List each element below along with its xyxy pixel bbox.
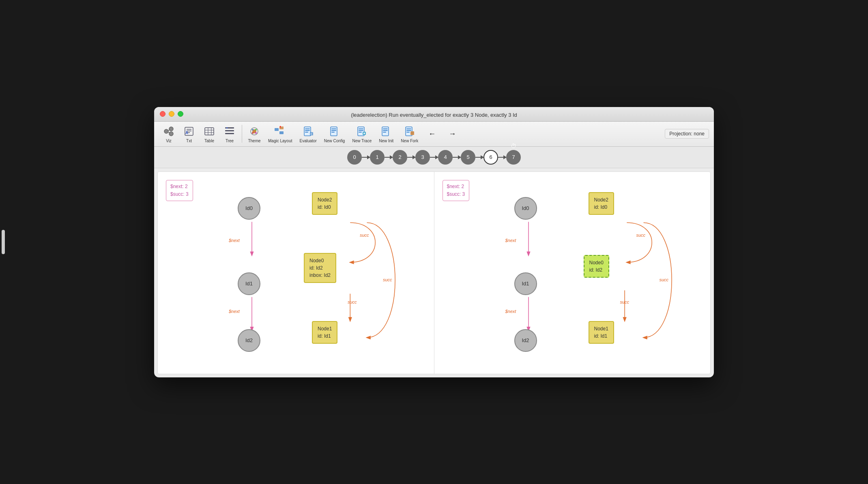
theme-icon (248, 125, 261, 138)
trace-node-0[interactable]: 0 (347, 150, 362, 165)
tree-button[interactable]: Tree (220, 123, 239, 145)
trace-arrow-5 (475, 157, 483, 158)
left-state-box: $next: 2 $succ: 3 (166, 180, 193, 201)
new-fork-button[interactable]: New Fork (397, 123, 421, 145)
left-circle-id0[interactable]: Id0 (238, 197, 260, 220)
svg-rect-40 (359, 128, 363, 129)
trace-arrow-0 (362, 157, 370, 158)
left-rect-node0[interactable]: Node0 id: Id2 inbox: Id2 (304, 253, 336, 283)
svg-rect-37 (331, 130, 336, 131)
table-icon (203, 125, 216, 138)
right-pane: $next: 2 $succ: 3 (434, 172, 711, 374)
tree-icon (223, 125, 236, 138)
right-circle-id1[interactable]: Id1 (514, 272, 537, 295)
right-label-succ2: succ (620, 300, 630, 304)
evaluator-label: Evaluator (299, 139, 316, 143)
timer-icon: ⏱ (511, 143, 516, 149)
left-arrows (158, 172, 434, 374)
svg-rect-35 (331, 127, 337, 136)
svg-text:A: A (185, 131, 188, 135)
svg-rect-31 (305, 130, 310, 131)
theme-label: Theme (248, 139, 260, 143)
svg-point-0 (164, 129, 168, 133)
theme-button[interactable]: Theme (245, 123, 264, 145)
svg-rect-52 (406, 130, 411, 131)
left-rect-node2[interactable]: Node2 id: Id0 (312, 192, 337, 215)
right-label-succ1: succ (636, 233, 646, 238)
forward-button[interactable]: → (443, 126, 462, 142)
maximize-button[interactable] (178, 111, 183, 117)
right-circle-id2[interactable]: Id2 (514, 329, 537, 352)
close-button[interactable] (160, 111, 165, 117)
titlebar: (leaderelection) Run eventually_elected … (154, 107, 714, 122)
right-rect-node2[interactable]: Node2 id: Id0 (589, 192, 614, 215)
trace-node-4[interactable]: 4 (438, 150, 453, 165)
left-label-next2: $next (229, 309, 240, 314)
svg-rect-27 (279, 131, 284, 134)
trace-arrow-4 (453, 157, 461, 158)
new-fork-label: New Fork (401, 139, 418, 143)
trace-arrow-1 (385, 157, 393, 158)
svg-point-1 (169, 127, 173, 131)
right-state-text: $next: 2 $succ: 3 (447, 183, 465, 198)
main-content: $next: 2 $succ: 3 (157, 171, 711, 374)
right-arrows (434, 172, 711, 374)
right-circle-id0[interactable]: Id0 (514, 197, 537, 220)
trace-node-3[interactable]: 3 (415, 150, 430, 165)
svg-rect-25 (275, 128, 279, 131)
svg-rect-30 (305, 128, 310, 129)
right-label-next1: $next (505, 238, 516, 243)
left-circle-id1[interactable]: Id1 (238, 272, 260, 295)
new-config-icon (328, 125, 341, 138)
svg-rect-18 (226, 127, 228, 128)
back-button[interactable]: ← (422, 126, 442, 142)
viz-icon (162, 125, 175, 138)
magic-layout-label: Magic Layout (268, 139, 292, 143)
new-trace-icon (355, 125, 368, 138)
magic-layout-button[interactable]: Magic Layout (265, 123, 295, 145)
svg-rect-54 (410, 131, 414, 135)
svg-rect-29 (304, 127, 311, 136)
table-label: Table (204, 139, 214, 143)
new-init-label: New Init (379, 139, 393, 143)
svg-rect-16 (225, 130, 234, 131)
projection-badge[interactable]: Projection: none (665, 129, 709, 139)
toolbar: Viz A Txt (154, 122, 714, 147)
left-label-next1: $next (229, 238, 240, 243)
left-rect-node1[interactable]: Node1 id: Id1 (312, 321, 337, 344)
trace-node-5[interactable]: 5 (461, 150, 475, 165)
svg-rect-47 (383, 128, 388, 129)
left-label-succ3: succ (383, 277, 392, 282)
right-rect-node0[interactable]: Node0 id: Id2 (584, 255, 609, 278)
svg-text:≡: ≡ (310, 132, 312, 136)
new-config-label: New Config (324, 139, 345, 143)
right-label-next2: $next (505, 309, 516, 314)
txt-button[interactable]: A Txt (179, 123, 199, 145)
left-pane: $next: 2 $succ: 3 (158, 172, 434, 374)
trace-arrow-6 (498, 157, 506, 158)
new-trace-button[interactable]: New Trace (349, 123, 375, 145)
svg-point-23 (252, 132, 254, 134)
trace-node-1[interactable]: 1 (370, 150, 385, 165)
trace-node-6[interactable]: 6 (483, 150, 498, 165)
svg-rect-41 (359, 130, 363, 131)
evaluator-button[interactable]: ≡ Evaluator (296, 123, 320, 145)
left-state-text: $next: 2 $succ: 3 (170, 183, 189, 198)
new-init-button[interactable]: New Init (376, 123, 397, 145)
evaluator-icon: ≡ (302, 125, 315, 138)
left-circle-id2[interactable]: Id2 (238, 329, 260, 352)
table-button[interactable]: Table (200, 123, 219, 145)
tree-label: Tree (226, 139, 234, 143)
left-label-succ1: succ (360, 233, 369, 238)
new-trace-label: New Trace (352, 139, 372, 143)
trace-nodes: 0 1 2 3 4 5 6 ⏱ 7 (347, 150, 521, 165)
minimize-button[interactable] (169, 111, 174, 117)
traffic-lights (160, 111, 183, 117)
trace-node-2[interactable]: 2 (393, 150, 407, 165)
trace-node-7[interactable]: ⏱ 7 (506, 150, 521, 165)
svg-rect-53 (406, 132, 410, 133)
new-config-button[interactable]: New Config (321, 123, 348, 145)
right-rect-node1[interactable]: Node1 id: Id1 (589, 321, 614, 344)
viz-button[interactable]: Viz (159, 123, 178, 145)
window-title: (leaderelection) Run eventually_elected … (351, 112, 517, 118)
